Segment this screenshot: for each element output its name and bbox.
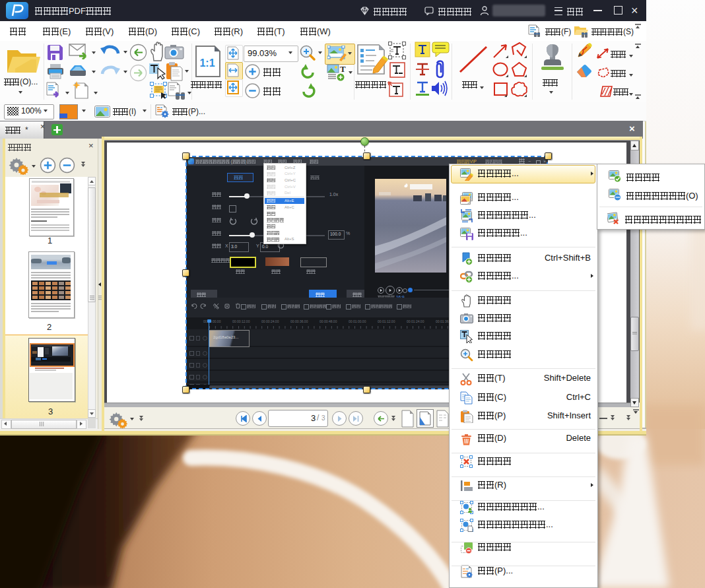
svg-text:1:1: 1:1: [199, 57, 215, 69]
svg-text:T: T: [340, 64, 346, 74]
